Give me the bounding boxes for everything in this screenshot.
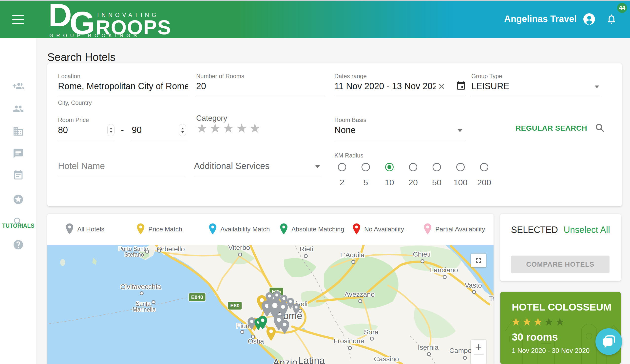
map-label-latina: Latina [298, 355, 325, 364]
price-min-input[interactable]: 80 [58, 125, 95, 135]
map-town-dot [358, 299, 362, 303]
legend-item-no-availability: No Availability [352, 214, 404, 245]
category-star-icon[interactable]: ★ [249, 121, 262, 135]
map-town-dot [152, 300, 156, 304]
favorites-star-icon[interactable] [12, 194, 24, 205]
group-type-field[interactable]: Group Type LEISURE [471, 73, 601, 80]
map-label-frosinone: Frosinone [334, 337, 364, 345]
regular-search-magnifier-icon [594, 123, 606, 134]
radio-icon[interactable] [456, 163, 465, 171]
km-radius-option-2[interactable]: 2 [330, 163, 354, 187]
price-max-input[interactable]: 90 [132, 125, 169, 135]
map-label-l-aquila: L'Aquila [340, 251, 365, 259]
category-star-icon[interactable]: ★ [196, 121, 210, 135]
category-star-icon[interactable]: ★ [236, 121, 249, 135]
rooms-input[interactable]: 20 [196, 81, 326, 91]
radio-icon[interactable] [338, 163, 346, 171]
hotel-map-pin-gray[interactable] [279, 319, 290, 335]
additional-services-arrow-icon[interactable] [315, 165, 320, 168]
app-header: D G INNOVATING ROOPS GROUP BOOKINGS Ange… [0, 0, 630, 38]
room-basis-select[interactable]: None [334, 125, 450, 135]
map-label-cassino: Cassino [374, 355, 399, 363]
hotel-map-pin-gray[interactable] [292, 303, 300, 316]
rooms-label: Number of Rooms [196, 73, 326, 80]
category-star-icon[interactable]: ★ [210, 121, 223, 135]
map-label-anzio: Anzio [273, 357, 298, 364]
price-max-stepper[interactable] [179, 124, 186, 136]
hotel-name-input[interactable]: Hotel Name [58, 161, 185, 171]
hotel-star-icon: ★ [522, 316, 533, 328]
radio-icon[interactable] [385, 163, 394, 171]
price-min-stepper[interactable] [107, 124, 114, 136]
km-radius-option-200[interactable]: 200 [472, 163, 496, 187]
legend-item-price-match: Price Match [136, 214, 182, 245]
map-town-dot [240, 330, 244, 334]
group-type-select[interactable]: LEISURE [471, 81, 587, 91]
chat-bubble-icon [602, 335, 616, 349]
map-town-dot [140, 291, 144, 295]
location-input[interactable]: Rome, Metropolitan City of Rome, Ital [58, 81, 188, 91]
sidebar: TUTORIALS [0, 38, 37, 364]
legend-item-all-hotels: All Hotels [66, 214, 104, 245]
map-label-vasto: Vasto [465, 281, 482, 289]
map-legend: All HotelsPrice MatchAvailability MatchA… [48, 214, 494, 245]
map-zoom-control[interactable]: + [471, 340, 486, 364]
hotel-map-pin-yellow[interactable] [266, 326, 276, 342]
category-star-icon[interactable]: ★ [222, 121, 236, 135]
dates-clear-icon[interactable]: ✕ [438, 82, 445, 91]
logo-tagline: GROUP BOOKINGS [49, 33, 140, 38]
radio-icon[interactable] [432, 163, 441, 171]
fullscreen-icon [474, 257, 482, 264]
map-label-sora: Sora [364, 328, 378, 336]
group-type-arrow-icon[interactable] [595, 86, 599, 88]
compare-hotels-button[interactable]: COMPARE HOTELS [511, 256, 610, 273]
km-radius-option-10[interactable]: 10 [378, 163, 401, 187]
unselect-all-link[interactable]: Unselect All [564, 225, 610, 235]
room-basis-field[interactable]: Room Basis None [334, 117, 464, 124]
radio-icon[interactable] [480, 163, 488, 171]
help-icon[interactable] [12, 239, 24, 250]
menu-icon[interactable] [12, 15, 24, 24]
regular-search-label: REGULAR SEARCH [516, 124, 587, 132]
zoom-in-button[interactable]: + [475, 340, 482, 355]
chat-widget-button[interactable] [596, 328, 622, 355]
group-type-label: Group Type [471, 73, 601, 80]
groups-icon[interactable] [12, 103, 24, 115]
radio-icon[interactable] [362, 163, 370, 171]
hotel-star-icon: ★ [555, 316, 566, 328]
km-radius-option-5[interactable]: 5 [354, 163, 378, 187]
location-field[interactable]: Location Rome, Metropolitan City of Rome… [58, 73, 188, 80]
km-radius-option-100[interactable]: 100 [449, 163, 472, 187]
account-icon[interactable] [583, 13, 595, 25]
legend-item-availability-match: Availability Match [208, 214, 270, 245]
km-radius-option-50[interactable]: 50 [425, 163, 449, 187]
account-name[interactable]: Angelinas Travel [504, 14, 577, 24]
radio-icon[interactable] [409, 163, 417, 171]
legend-item-partial-availability: Partial Availability [424, 214, 485, 245]
category-star-rating[interactable]: ★★★★★ [196, 121, 262, 136]
dates-field[interactable]: Dates range 11 Nov 2020 - 13 Nov 202 ✕ [334, 73, 464, 80]
messages-icon[interactable] [12, 148, 24, 159]
brand-logo[interactable]: D G INNOVATING ROOPS GROUP BOOKINGS [48, 1, 164, 38]
bookings-calendar-icon[interactable] [12, 170, 24, 181]
dates-label: Dates range [334, 73, 464, 80]
page-title: Search Hotels [48, 51, 116, 63]
km-radius-option-20[interactable]: 20 [401, 163, 425, 187]
hotels-icon[interactable] [12, 126, 24, 137]
add-group-icon[interactable] [12, 81, 24, 92]
rooms-field[interactable]: Number of Rooms 20 [196, 73, 326, 80]
browser-edge [0, 0, 630, 1]
map-fullscreen-button[interactable] [471, 254, 486, 267]
dates-calendar-icon[interactable] [456, 81, 466, 91]
map-label-marinella: Marinella [132, 306, 156, 313]
map-town-dot [304, 254, 308, 258]
room-basis-arrow-icon[interactable] [458, 129, 462, 132]
dates-input[interactable]: 11 Nov 2020 - 13 Nov 202 [334, 81, 436, 91]
tutorials-link[interactable]: TUTORIALS [0, 222, 36, 229]
additional-services-select[interactable]: Additional Services [194, 161, 308, 171]
location-label: Location [58, 73, 188, 80]
map-label-chieti: Chieti [413, 250, 430, 258]
notifications-bell-icon[interactable] [606, 13, 617, 25]
regular-search-button[interactable]: REGULAR SEARCH [516, 123, 606, 134]
map[interactable]: E840E80E35 Porto SantoStefanoOrbetelloVi… [48, 245, 494, 364]
